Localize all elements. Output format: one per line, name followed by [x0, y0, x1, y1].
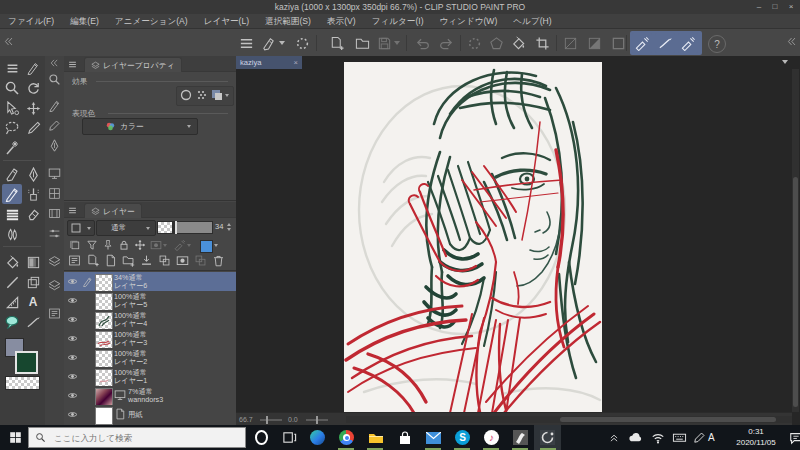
dock-tool-property-icon[interactable] — [47, 118, 62, 133]
fill-button[interactable] — [508, 33, 528, 53]
tool-rotate-canvas[interactable] — [23, 78, 43, 98]
palette-color-dropdown[interactable] — [67, 220, 95, 236]
itunes-icon[interactable]: ♪ — [482, 428, 501, 447]
draft-layer-icon[interactable] — [102, 239, 114, 251]
merge-with-lower-layer-icon[interactable] — [158, 254, 171, 267]
save-button[interactable] — [374, 33, 394, 53]
transfer-to-lower-layer-icon[interactable] — [140, 254, 153, 267]
tool-ruler[interactable] — [2, 292, 22, 312]
canvas-document[interactable] — [344, 62, 602, 413]
microsoft-store-icon[interactable] — [395, 428, 414, 447]
dock-layer-icon[interactable] — [47, 278, 62, 293]
effect-border-icon[interactable] — [180, 89, 192, 101]
opacity-slider[interactable] — [157, 221, 213, 234]
menu-window[interactable]: ウィンドウ(W) — [432, 14, 506, 28]
action-center-icon[interactable] — [786, 428, 800, 447]
layer-thumbnail-photo[interactable] — [95, 388, 113, 406]
rotation-slider-handle[interactable] — [316, 416, 318, 424]
reference-layer-icon[interactable] — [86, 239, 98, 251]
effect-chevron-icon[interactable] — [225, 94, 229, 97]
tool-auto-select[interactable] — [2, 138, 22, 158]
clip-at-layer-below-icon[interactable] — [69, 239, 81, 251]
snap-grid-button[interactable] — [678, 33, 698, 53]
layer-name[interactable]: レイヤー3 — [114, 339, 147, 347]
task-view-icon[interactable] — [280, 428, 299, 447]
layer-thumbnail[interactable] — [95, 274, 113, 292]
redo-button[interactable] — [436, 33, 456, 53]
menu-layer[interactable]: レイヤー(L) — [196, 14, 257, 28]
layer-name[interactable]: 用紙 — [128, 411, 142, 419]
dock-layer-property-icon[interactable] — [47, 254, 62, 269]
edge-icon[interactable] — [308, 428, 327, 447]
opacity-slider-handle[interactable] — [175, 221, 177, 234]
enable-mask-icon[interactable] — [150, 239, 162, 251]
sub-color-swatch-selected[interactable] — [15, 351, 38, 374]
skype-icon[interactable]: S — [453, 428, 472, 447]
apply-mask-icon[interactable] — [194, 254, 207, 267]
ruler-display-icon[interactable] — [174, 239, 186, 251]
open-clip-studio-button[interactable] — [292, 33, 312, 53]
dock-color-wheel-icon[interactable] — [47, 166, 62, 181]
tool-palette-menu-icon[interactable] — [2, 58, 22, 78]
paper-thumbnail[interactable] — [95, 407, 113, 425]
layer-panel-menu-icon[interactable] — [68, 206, 77, 215]
create-layer-mask-icon[interactable] — [176, 254, 189, 267]
collapse-left-icon[interactable] — [3, 36, 14, 47]
crop-button[interactable] — [532, 33, 552, 53]
effect-layer-color-icon[interactable] — [211, 89, 223, 101]
expression-color-dropdown[interactable]: カラー — [82, 118, 198, 135]
start-button[interactable] — [9, 431, 22, 444]
tool-text[interactable]: A — [23, 292, 43, 312]
visibility-eye-icon[interactable] — [67, 409, 78, 420]
visibility-eye-icon[interactable] — [67, 352, 78, 363]
layer-name[interactable]: レイヤー6 — [114, 282, 147, 290]
visibility-eye-icon[interactable] — [67, 314, 78, 325]
horizontal-scrollbar-thumb[interactable] — [560, 417, 776, 422]
canvas-chevron-icon[interactable] — [782, 60, 788, 64]
lock-transparent-pixels-icon[interactable] — [134, 239, 146, 251]
tool-pen[interactable] — [23, 164, 43, 184]
selection-invert-button[interactable] — [584, 33, 604, 53]
undo-button[interactable] — [412, 33, 432, 53]
layer-name[interactable]: レイヤー2 — [114, 358, 147, 366]
tool-selection[interactable] — [2, 118, 22, 138]
tray-expand-icon[interactable] — [604, 428, 623, 447]
layer-thumbnail[interactable] — [95, 312, 113, 330]
layer-name[interactable]: レイヤー5 — [114, 301, 147, 309]
dock-info-icon[interactable] — [47, 306, 62, 321]
touch-keyboard-icon[interactable] — [670, 428, 689, 447]
windows-ink-icon[interactable] — [690, 428, 709, 447]
reselect-button[interactable] — [486, 33, 506, 53]
visibility-eye-icon[interactable] — [67, 390, 78, 401]
visibility-eye-icon[interactable] — [67, 295, 78, 306]
close-button[interactable]: × — [784, 1, 798, 13]
mail-icon[interactable] — [424, 428, 443, 447]
selection-border-button[interactable] — [608, 33, 628, 53]
menu-edit[interactable]: 編集(E) — [62, 14, 107, 28]
tool-zoom[interactable] — [2, 78, 22, 98]
new-folder-icon[interactable] — [122, 254, 135, 267]
layer-row[interactable]: 7%通常 wanndors3 — [64, 386, 236, 406]
chrome-icon[interactable] — [337, 428, 356, 447]
taskbar-search[interactable] — [28, 427, 246, 448]
tool-operation[interactable] — [2, 98, 22, 118]
layer-thumbnail[interactable] — [95, 293, 113, 311]
new-layer-icon[interactable] — [86, 254, 99, 267]
help-button[interactable]: ? — [708, 35, 726, 53]
menu-file[interactable]: ファイル(F) — [0, 14, 62, 28]
tool-move-layer[interactable] — [23, 98, 43, 118]
tab-layer-property[interactable]: レイヤープロパティ — [84, 57, 182, 72]
layer-row-paper[interactable]: 用紙 — [64, 405, 236, 426]
save-chevron-icon[interactable] — [394, 41, 400, 45]
menu-selection[interactable]: 選択範囲(S) — [257, 14, 319, 28]
workspace-button[interactable] — [258, 33, 278, 53]
tool-blend[interactable] — [2, 224, 22, 244]
tool-fill[interactable] — [2, 252, 22, 272]
dock-sub-tool-icon[interactable] — [47, 98, 62, 113]
layer-color-chevron-icon[interactable] — [214, 244, 218, 247]
dock-tool-settings-icon[interactable] — [47, 226, 62, 241]
clip-studio-icon[interactable] — [511, 428, 530, 447]
dock-color-set-icon[interactable] — [47, 186, 62, 201]
horizontal-scrollbar[interactable] — [346, 416, 792, 423]
main-menu-button[interactable] — [236, 33, 256, 53]
